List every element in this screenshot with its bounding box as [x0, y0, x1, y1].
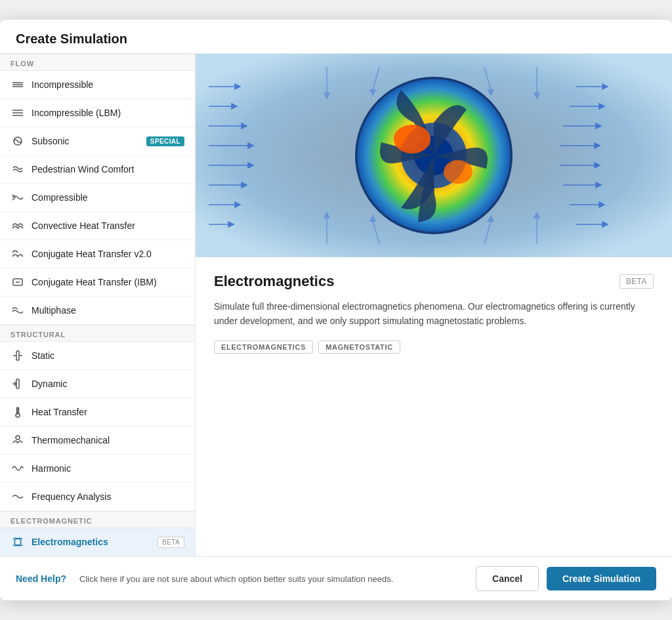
create-simulation-button[interactable]: Create Simulation [547, 567, 656, 590]
multiphase-icon [10, 303, 25, 318]
sidebar-item-harmonic[interactable]: Harmonic [0, 455, 195, 483]
sidebar-item-label: Conjugate Heat Transfer v2.0 [32, 249, 152, 259]
thermometer-icon [10, 405, 25, 419]
sidebar-item-compressible[interactable]: Compressible [0, 184, 195, 212]
sidebar-item-label: Frequency Analysis [32, 491, 111, 502]
sidebar-item-label: Conjugate Heat Transfer (IBM) [32, 277, 157, 287]
sidebar-item-label: Convective Heat Transfer [32, 220, 135, 231]
convective-icon [10, 218, 25, 233]
need-help-link[interactable]: Need Help? [16, 573, 66, 584]
sidebar-item-label: Compressible [32, 192, 88, 203]
special-badge: SPECIAL [146, 136, 184, 146]
sidebar-item-label: Incompressible (LBM) [32, 108, 121, 118]
sidebar-item-dynamic[interactable]: Dynamic [0, 370, 195, 398]
modal-footer: Need Help? Click here if you are not sur… [0, 556, 672, 600]
simulation-details: Electromagnetics BETA Simulate full thre… [196, 257, 672, 556]
pedestrian-icon [10, 162, 25, 176]
sidebar-item-multiphase[interactable]: Multiphase [0, 297, 195, 325]
svg-point-13 [14, 539, 21, 545]
svg-rect-8 [16, 351, 19, 360]
flow-lines2-icon [10, 106, 25, 120]
sidebar-item-label: Incompressible [32, 79, 93, 90]
sidebar-item-frequency-analysis[interactable]: Frequency Analysis [0, 483, 195, 511]
tag-row: ELECTROMAGNETICS MAGNETOSTATIC [214, 341, 654, 354]
compressible-icon [10, 190, 25, 205]
sidebar-item-pedestrian-wind[interactable]: Pedestrian Wind Comfort [0, 155, 195, 184]
cancel-button[interactable]: Cancel [476, 566, 539, 591]
sim-detail-title: Electromagnetics [214, 273, 334, 290]
sidebar-item-label: Subsonic [32, 136, 70, 146]
sidebar-item-label: Pedestrian Wind Comfort [32, 164, 134, 175]
sidebar-item-conjugate-heat-ibm[interactable]: Conjugate Heat Transfer (IBM) [0, 268, 195, 297]
section-header-electromagnetic: ELECTROMAGNETIC [0, 511, 195, 528]
modal-header: Create Simulation [0, 20, 672, 54]
sidebar-item-label: Multiphase [32, 305, 76, 316]
sidebar-item-static[interactable]: Static [0, 342, 195, 370]
conjugate-icon [10, 247, 25, 261]
subsonic-icon [10, 134, 25, 148]
svg-point-20 [394, 125, 430, 154]
sim-description: Simulate full three-dimensional electrom… [214, 299, 654, 329]
beta-badge: BETA [158, 537, 184, 548]
section-header-structural: STRUCTURAL [0, 325, 195, 342]
svg-point-21 [444, 160, 472, 184]
electromagnetics-icon [10, 535, 25, 549]
harmonic-icon [10, 461, 25, 476]
thermomech-icon [10, 433, 25, 447]
sidebar-item-electromagnetics[interactable]: Electromagnetics BETA [0, 528, 195, 556]
sidebar-item-label: Thermomechanical [32, 435, 110, 445]
sidebar-item-label: Heat Transfer [32, 407, 87, 417]
create-simulation-modal: Create Simulation FLOW Incompressible [0, 20, 672, 600]
frequency-icon [10, 489, 25, 504]
tag-electromagnetics: ELECTROMAGNETICS [214, 341, 313, 354]
sidebar-item-label: Harmonic [32, 463, 71, 474]
sim-detail-beta-badge: BETA [620, 274, 654, 289]
sidebar-item-label: Electromagnetics [32, 537, 108, 547]
help-description: Click here if you are not sure about whi… [79, 574, 468, 584]
sidebar-item-incompressible-lbm[interactable]: Incompressible (LBM) [0, 99, 195, 127]
sidebar-item-subsonic[interactable]: Subsonic SPECIAL [0, 127, 195, 155]
conjugate2-icon [10, 275, 25, 289]
tag-magnetostatic: MAGNETOSTATIC [318, 341, 400, 354]
flow-lines-icon [10, 77, 25, 92]
modal-title: Create Simulation [16, 31, 656, 47]
sidebar-item-heat-transfer[interactable]: Heat Transfer [0, 398, 195, 426]
modal-body: FLOW Incompressible Incompressible (LBM) [0, 54, 672, 556]
sidebar-item-thermomechanical[interactable]: Thermomechanical [0, 426, 195, 455]
sidebar: FLOW Incompressible Incompressible (LBM) [0, 54, 196, 556]
svg-point-12 [16, 436, 20, 440]
sidebar-item-label: Static [32, 350, 54, 361]
main-content: Electromagnetics BETA Simulate full thre… [196, 54, 672, 556]
sidebar-item-label: Dynamic [32, 379, 67, 389]
section-header-flow: FLOW [0, 54, 195, 71]
dynamic-icon [10, 377, 25, 391]
sidebar-item-incompressible[interactable]: Incompressible [0, 71, 195, 99]
simulation-image [196, 54, 672, 257]
sidebar-item-conjugate-heat-v2[interactable]: Conjugate Heat Transfer v2.0 [0, 240, 195, 268]
static-icon [10, 348, 25, 363]
sim-title-row: Electromagnetics BETA [214, 273, 654, 290]
sidebar-item-convective-heat[interactable]: Convective Heat Transfer [0, 212, 195, 240]
